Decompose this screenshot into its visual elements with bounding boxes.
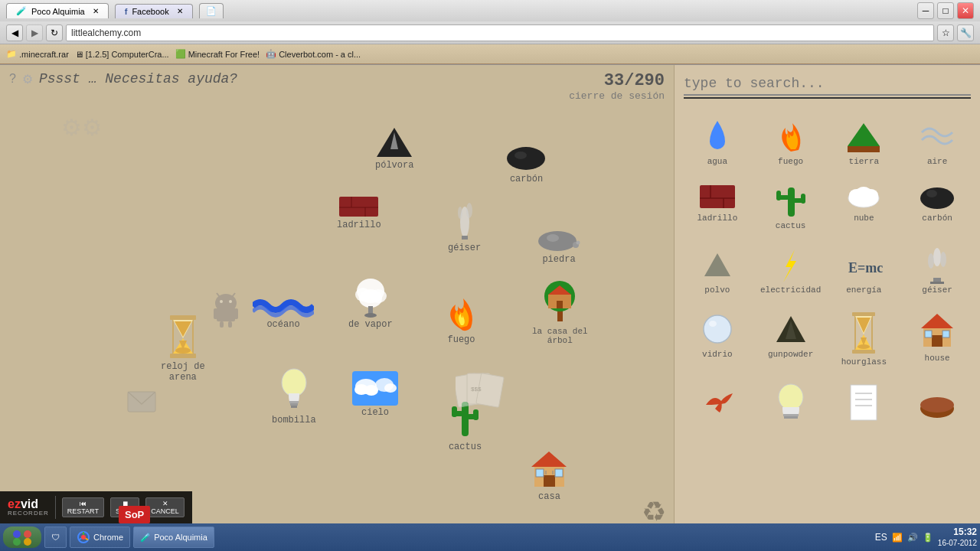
- maximize-button[interactable]: □: [937, 2, 954, 19]
- cancel-button[interactable]: ✕ CANCEL: [145, 497, 185, 517]
- element-label-cactus-canvas: cactus: [449, 442, 482, 452]
- grid-element-tierra[interactable]: tierra: [831, 112, 898, 171]
- canvas-element-carbon[interactable]: carbón: [505, 142, 547, 184]
- svg-rect-24: [228, 321, 232, 328]
- canvas-element-oceano[interactable]: océano: [253, 295, 314, 330]
- grid-element-geiser[interactable]: géiser: [903, 241, 971, 299]
- canvas-element-piedra[interactable]: piedra: [536, 226, 582, 265]
- grid-element-electricidad[interactable]: electricidad: [757, 241, 825, 299]
- main-area: ? ⚙ Pssst … Necesitas ayuda? 33/290 cier…: [0, 65, 980, 532]
- svg-text:⚙⚙: ⚙⚙: [61, 115, 100, 140]
- grid-element-house[interactable]: house: [903, 305, 971, 371]
- svg-rect-39: [170, 354, 196, 358]
- svg-rect-118: [784, 416, 798, 419]
- ezvid-divider: [55, 496, 56, 519]
- restart-label: RESTART: [67, 507, 99, 515]
- grid-label-energia: energía: [846, 285, 881, 295]
- canvas-element-ladrillo[interactable]: ladrillo: [337, 195, 381, 230]
- element-label-cielo: cielo: [361, 407, 389, 418]
- refresh-button[interactable]: ↻: [46, 24, 63, 41]
- grid-element-hourglass[interactable]: hourglass: [831, 305, 898, 371]
- svg-rect-70: [536, 469, 544, 477]
- svg-point-93: [933, 248, 941, 266]
- new-tab-icon: 📄: [206, 6, 217, 16]
- svg-marker-111: [921, 314, 953, 328]
- grid-element-vidrio[interactable]: vidrio: [684, 305, 751, 371]
- grid-element-soil[interactable]: [903, 377, 971, 429]
- taskbar-chrome[interactable]: Chrome: [70, 527, 130, 548]
- canvas-element-vapor[interactable]: de vapor: [348, 276, 393, 330]
- grid-element-energia[interactable]: E=mc² energía: [831, 241, 898, 299]
- bookmark-icon-4: 🤖: [266, 49, 276, 59]
- search-input[interactable]: [684, 73, 971, 96]
- lang-display: ES: [875, 532, 887, 543]
- taskbar-security[interactable]: 🛡: [44, 527, 67, 548]
- grid-label-ladrillo: ladrillo: [697, 214, 737, 223]
- grid-label-electricidad: electricidad: [760, 285, 821, 295]
- element-label-fuego-canvas: fuego: [447, 334, 475, 345]
- grid-element-paper[interactable]: [831, 377, 898, 429]
- canvas-element-reloj[interactable]: reloj dearena: [161, 314, 205, 383]
- canvas-element-cielo[interactable]: cielo: [352, 371, 398, 418]
- window-controls: ─ □ ✕: [917, 2, 974, 19]
- svg-point-14: [547, 234, 559, 242]
- close-button[interactable]: ✕: [957, 2, 974, 19]
- canvas-element-geiser[interactable]: géiser: [448, 199, 481, 253]
- grid-element-bird[interactable]: [684, 377, 751, 429]
- grid-element-polvo[interactable]: polvo: [684, 241, 751, 299]
- canvas-element-casa-arbol[interactable]: la casa delárbol: [532, 279, 588, 345]
- svg-point-16: [577, 241, 580, 245]
- tab-poco-alquimia[interactable]: 🧪 Poco Alquimia ✕: [6, 3, 109, 18]
- svg-rect-21: [214, 308, 217, 319]
- bookmark-label: .minecraft.rar: [19, 50, 69, 59]
- back-button[interactable]: ◀: [6, 24, 23, 41]
- canvas-element-polvora[interactable]: pólvora: [375, 126, 413, 171]
- time-display: 15:32 16-07-2012: [938, 527, 977, 549]
- svg-rect-72: [545, 471, 547, 474]
- canvas-element-bombilla[interactable]: bombilla: [272, 367, 316, 425]
- cancel-label: CANCEL: [151, 507, 179, 515]
- bookmark-minecraft-rar[interactable]: 📁 .minecraft.rar: [6, 49, 69, 59]
- bookmark-computercraft[interactable]: 🖥 [1.2.5] ComputerCra...: [75, 50, 169, 59]
- grid-element-gunpowder[interactable]: gunpowder: [757, 305, 825, 371]
- grid-label-vidrio: vidrio: [702, 350, 733, 359]
- svg-text:$$$: $$$: [471, 386, 482, 393]
- restart-button[interactable]: ⏮ RESTART: [62, 497, 104, 517]
- svg-marker-108: [857, 318, 871, 333]
- tab-facebook[interactable]: f Facebook ✕: [115, 4, 193, 18]
- url-bar[interactable]: littlealchemy.com: [66, 24, 934, 41]
- grid-element-cactus[interactable]: cactus: [757, 177, 825, 235]
- grid-element-fuego[interactable]: fuego: [757, 112, 825, 171]
- svg-point-13: [538, 231, 577, 251]
- minimize-button[interactable]: ─: [917, 2, 934, 19]
- game-header: ? ⚙ Pssst … Necesitas ayuda? 33/290 cier…: [0, 65, 674, 108]
- tab-new[interactable]: 📄: [199, 3, 224, 18]
- svg-point-89: [920, 187, 954, 209]
- tab-close-fb[interactable]: ✕: [177, 7, 183, 15]
- game-area[interactable]: ? ⚙ Pssst … Necesitas ayuda? 33/290 cier…: [0, 65, 674, 532]
- settings-icon: ⚙: [22, 72, 33, 86]
- taskbar-poco-alquimia[interactable]: 🧪 Poco Alquimia: [133, 527, 214, 548]
- forward-button[interactable]: ▶: [26, 24, 43, 41]
- grid-element-bulb2[interactable]: [757, 377, 825, 429]
- svg-rect-97: [930, 282, 944, 284]
- svg-rect-119: [851, 385, 877, 420]
- wrench-button[interactable]: 🔧: [957, 24, 974, 41]
- canvas-element-fuego[interactable]: fuego: [444, 291, 479, 345]
- logout-link[interactable]: cierre de sesión: [569, 90, 665, 102]
- grid-element-aire[interactable]: aire: [903, 112, 971, 171]
- grid-element-agua[interactable]: agua: [684, 112, 751, 171]
- bookmark-cleverbot[interactable]: 🤖 Cleverbot.com - a cl...: [266, 49, 361, 59]
- element-label-carbon: carbón: [510, 174, 543, 184]
- start-button[interactable]: [3, 527, 41, 548]
- tab-close[interactable]: ✕: [93, 7, 99, 15]
- grid-element-nube[interactable]: nube: [831, 177, 898, 235]
- canvas-element-casa[interactable]: casa: [528, 448, 570, 502]
- star-button[interactable]: ☆: [937, 24, 954, 41]
- bookmark-minecraft-free[interactable]: 🟩 Minecraft For Free!: [175, 49, 260, 59]
- grid-element-carbon[interactable]: carbón: [903, 177, 971, 235]
- svg-text:E=mc²: E=mc²: [848, 260, 883, 276]
- network-icon: 📶: [892, 533, 903, 543]
- grid-element-ladrillo[interactable]: ladrillo: [684, 177, 751, 235]
- svg-point-32: [364, 313, 377, 318]
